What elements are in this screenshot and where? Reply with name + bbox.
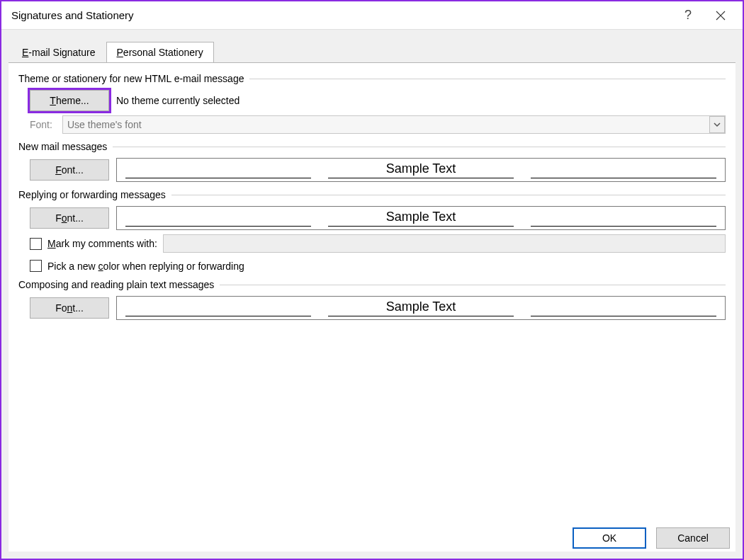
- plain-legend-row: Composing and reading plain text message…: [18, 279, 726, 290]
- theme-button[interactable]: Theme...: [30, 90, 109, 111]
- tab-email-signature[interactable]: E-mail Signature: [11, 42, 106, 63]
- tab-personal-stationery-label: ersonal Stationery: [123, 47, 203, 58]
- pick-color-row: Pick a new color when replying or forwar…: [30, 260, 726, 272]
- close-icon: [716, 11, 726, 21]
- plain-font-row: Font... Sample Text: [30, 296, 726, 320]
- theme-status-text: No theme currently selected: [116, 95, 239, 106]
- new-mail-legend-row: New mail messages: [18, 141, 726, 152]
- plain-font-button[interactable]: Font...: [30, 297, 109, 319]
- pick-color-label: Pick a new color when replying or forwar…: [47, 261, 244, 272]
- mark-comments-field[interactable]: [163, 234, 726, 253]
- plain-sample-box: Sample Text: [116, 296, 726, 320]
- reply-sample-text: Sample Text: [328, 210, 514, 227]
- tab-email-signature-accel: E: [22, 47, 28, 58]
- chevron-down-icon: [714, 121, 721, 128]
- dialog-footer: OK Cancel: [573, 527, 730, 549]
- new-mail-sample-box: Sample Text: [116, 158, 726, 182]
- reply-font-pre: F: [55, 212, 62, 224]
- sample-segment-right: [531, 299, 716, 316]
- reply-font-button[interactable]: Font...: [30, 207, 109, 229]
- pick-color-checkbox[interactable]: [30, 260, 42, 272]
- new-mail-font-accel: F: [55, 164, 62, 176]
- reply-font-row: Font... Sample Text: [30, 206, 726, 230]
- new-mail-font-label: ont...: [62, 164, 84, 176]
- divider: [249, 79, 726, 79]
- sample-segment-left: [125, 299, 311, 316]
- sample-segment-right: [531, 161, 716, 178]
- reply-font-post: nt...: [67, 212, 84, 224]
- ok-button[interactable]: OK: [573, 527, 646, 549]
- tab-personal-stationery[interactable]: Personal Stationery: [106, 42, 214, 63]
- new-mail-row: Font... Sample Text: [30, 158, 726, 182]
- theme-button-label: heme...: [56, 95, 89, 106]
- divider: [220, 285, 726, 285]
- new-mail-legend: New mail messages: [18, 141, 113, 152]
- cancel-button[interactable]: Cancel: [656, 527, 730, 549]
- sample-segment-left: [125, 161, 311, 178]
- theme-group-legend: Theme or stationery for new HTML e-mail …: [18, 73, 249, 84]
- mark-comments-label: Mark my comments with:: [47, 238, 157, 249]
- help-button[interactable]: ?: [672, 2, 704, 29]
- plain-font-pre: Fo: [55, 302, 67, 314]
- signatures-stationery-dialog: Signatures and Stationery ? E-mail Signa…: [0, 0, 744, 560]
- tabstrip: E-mail Signature Personal Stationery: [1, 30, 743, 62]
- theme-font-select[interactable]: Use theme's font: [62, 115, 726, 134]
- divider: [171, 195, 726, 195]
- mark-comments-checkbox[interactable]: [30, 238, 42, 250]
- divider: [113, 147, 726, 147]
- reply-sample-box: Sample Text: [116, 206, 726, 230]
- theme-font-label: Font:: [30, 119, 55, 130]
- new-mail-group: New mail messages Font... Sample Text: [18, 141, 726, 182]
- personal-stationery-panel: Theme or stationery for new HTML e-mail …: [9, 62, 735, 552]
- reply-legend: Replying or forwarding messages: [18, 189, 171, 200]
- tab-personal-stationery-accel: P: [117, 47, 123, 58]
- theme-font-select-value: Use theme's font: [67, 119, 142, 130]
- help-icon: ?: [684, 8, 692, 23]
- mark-comments-row: Mark my comments with:: [30, 234, 726, 253]
- new-mail-font-button[interactable]: Font...: [30, 159, 109, 181]
- sample-segment-left: [125, 210, 311, 227]
- theme-group-legend-row: Theme or stationery for new HTML e-mail …: [18, 73, 726, 84]
- tab-email-signature-label: -mail Signature: [28, 47, 95, 58]
- reply-font-accel: o: [62, 212, 67, 224]
- titlebar: Signatures and Stationery ?: [1, 1, 743, 30]
- theme-font-select-dropdown[interactable]: [709, 116, 725, 133]
- plain-text-group: Composing and reading plain text message…: [18, 279, 726, 320]
- plain-legend: Composing and reading plain text message…: [18, 279, 220, 290]
- plain-sample-text: Sample Text: [328, 299, 514, 316]
- theme-font-row: Font: Use theme's font: [30, 115, 726, 134]
- theme-button-accel: T: [50, 95, 56, 106]
- close-button[interactable]: [704, 2, 737, 29]
- window-title: Signatures and Stationery: [11, 9, 672, 21]
- theme-group: Theme or stationery for new HTML e-mail …: [18, 73, 726, 134]
- sample-segment-right: [531, 210, 716, 227]
- theme-row: Theme... No theme currently selected: [30, 90, 726, 111]
- reply-legend-row: Replying or forwarding messages: [18, 189, 726, 200]
- plain-font-post: t...: [72, 302, 84, 314]
- reply-group: Replying or forwarding messages Font... …: [18, 189, 726, 272]
- new-mail-sample-text: Sample Text: [328, 161, 514, 178]
